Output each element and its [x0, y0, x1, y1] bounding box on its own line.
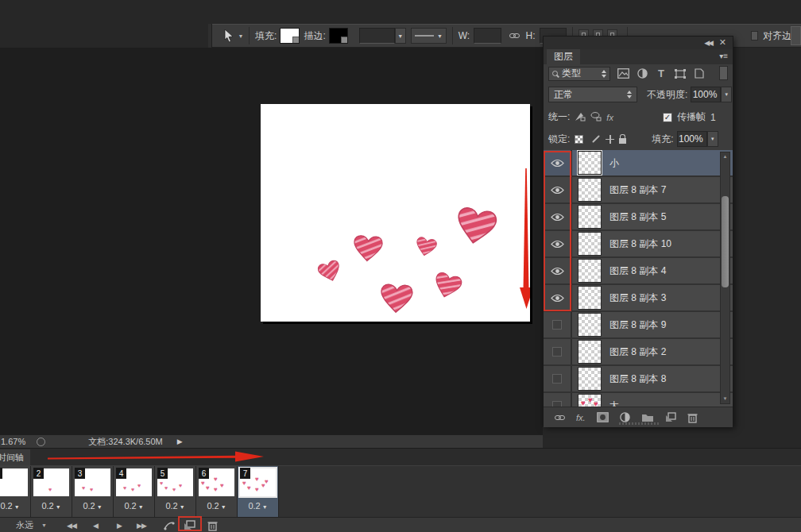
- layer-thumbnail[interactable]: [578, 259, 602, 283]
- filter-image-icon[interactable]: [617, 67, 629, 80]
- frame-delay-dropdown[interactable]: 0.2 ▼: [155, 501, 195, 511]
- path-selection-tool-icon[interactable]: ▼: [223, 29, 243, 43]
- link-layers-icon[interactable]: [555, 415, 565, 420]
- frame-delay-dropdown[interactable]: 0.2 ▼: [72, 501, 113, 511]
- unify-style-icon[interactable]: fx: [606, 113, 613, 122]
- new-layer-icon[interactable]: [665, 412, 676, 422]
- link-dimensions-icon[interactable]: [509, 33, 520, 38]
- layer-visibility-toggle[interactable]: [544, 312, 572, 337]
- panel-titlebar[interactable]: ◀◀ ✕: [544, 37, 733, 49]
- layer-thumbnail[interactable]: [578, 232, 602, 256]
- tab-timeline[interactable]: 时间轴: [0, 449, 30, 466]
- panel-menu-icon[interactable]: ▾≡: [719, 52, 728, 60]
- filter-smartobject-icon[interactable]: [693, 67, 706, 80]
- stroke-width-dropdown[interactable]: ▼: [395, 28, 406, 44]
- lock-transparency-icon[interactable]: [575, 135, 583, 144]
- tab-layers[interactable]: 图层: [547, 49, 580, 64]
- filter-toggle-switch[interactable]: [719, 66, 728, 80]
- delete-frame-button[interactable]: [207, 518, 218, 532]
- stroke-type-dropdown[interactable]: ▼: [411, 28, 447, 44]
- layer-thumbnail[interactable]: [578, 205, 602, 229]
- opacity-dropdown[interactable]: ▼: [721, 87, 732, 102]
- layer-thumbnail[interactable]: [578, 286, 602, 310]
- tween-button[interactable]: [164, 518, 175, 532]
- visibility-empty-box[interactable]: [552, 347, 562, 357]
- play-button[interactable]: ▶: [117, 518, 122, 532]
- frame-thumbnail[interactable]: [0, 468, 28, 496]
- layer-thumbnail[interactable]: [578, 313, 602, 337]
- frame-delay-dropdown[interactable]: 0.2 ▼: [0, 501, 30, 511]
- fill-dropdown[interactable]: ▼: [707, 131, 718, 147]
- loop-count-dropdown[interactable]: 永远▼: [16, 518, 47, 532]
- frame-delay-dropdown[interactable]: 0.2 ▼: [31, 501, 72, 511]
- frame-delay-dropdown[interactable]: 0.2 ▼: [114, 501, 154, 511]
- animation-frame[interactable]: 2♥0.2 ▼: [31, 466, 72, 517]
- layer-visibility-toggle[interactable]: [544, 366, 572, 391]
- lock-all-icon[interactable]: [619, 138, 626, 144]
- layer-thumbnail[interactable]: [578, 178, 602, 202]
- scrollbar-thumb[interactable]: [722, 196, 729, 287]
- unify-visibility-icon[interactable]: [590, 111, 602, 123]
- first-frame-button[interactable]: ◀◀: [67, 518, 76, 532]
- delete-layer-icon[interactable]: [687, 412, 698, 423]
- layer-row[interactable]: 图层 8 副本 4: [544, 258, 733, 285]
- filter-shape-icon[interactable]: [674, 67, 687, 80]
- prev-frame-button[interactable]: ◀: [93, 518, 98, 532]
- layer-row[interactable]: 图层 8 副本 7: [544, 177, 733, 204]
- opacity-value[interactable]: 100%: [691, 87, 721, 102]
- filter-text-icon[interactable]: T: [655, 67, 668, 80]
- lock-position-icon[interactable]: [606, 135, 614, 144]
- panel-grip[interactable]: [208, 24, 212, 48]
- layer-row[interactable]: 图层 8 副本 5: [544, 204, 733, 231]
- layer-row[interactable]: ♥♥♥大: [544, 393, 733, 407]
- next-frame-button[interactable]: ▶▶: [137, 518, 146, 532]
- animation-frame[interactable]: 6♥♥♥♥♥0.2 ▼: [196, 466, 238, 517]
- visibility-empty-box[interactable]: [552, 374, 562, 384]
- animation-frame[interactable]: 7♥♥♥♥♥♥0.2 ▼: [238, 466, 279, 517]
- layer-row[interactable]: 图层 8 副本 10: [544, 231, 733, 258]
- scroll-down-icon[interactable]: ▼: [721, 395, 729, 403]
- animation-frame[interactable]: 5♥♥♥♥0.2 ▼: [155, 466, 196, 517]
- canvas[interactable]: [261, 104, 530, 322]
- filter-adjustment-icon[interactable]: [636, 67, 648, 80]
- close-panel-icon[interactable]: ✕: [719, 37, 726, 48]
- unify-position-icon[interactable]: [575, 111, 586, 123]
- layer-row[interactable]: 图层 8 副本 9: [544, 312, 733, 339]
- layer-row[interactable]: 图层 8 副本 8: [544, 366, 733, 393]
- width-field[interactable]: [474, 28, 501, 44]
- layers-scrollbar[interactable]: ▲ ▼: [720, 152, 730, 404]
- filter-type-dropdown[interactable]: 类型: [548, 67, 610, 81]
- zoom-percent[interactable]: 1.67%: [1, 437, 25, 446]
- animation-frame[interactable]: 3♥♥0.2 ▼: [72, 466, 114, 517]
- lock-paint-icon[interactable]: [592, 135, 600, 143]
- collapse-panel-icon[interactable]: ◀◀: [704, 39, 712, 47]
- new-group-icon[interactable]: [641, 413, 654, 422]
- frame-delay-dropdown[interactable]: 0.2 ▼: [238, 501, 278, 511]
- frame-delay-dropdown[interactable]: 0.2 ▼: [196, 501, 237, 511]
- scroll-up-icon[interactable]: ▲: [721, 152, 729, 161]
- layer-mask-icon[interactable]: [597, 412, 609, 422]
- animation-frame[interactable]: 4♥♥♥0.2 ▼: [114, 466, 155, 517]
- layer-thumbnail[interactable]: [578, 340, 602, 364]
- layer-visibility-toggle[interactable]: [544, 339, 572, 364]
- align-edges-checkbox[interactable]: [751, 31, 758, 40]
- propagate-checkbox[interactable]: ✓: [663, 113, 672, 122]
- fill-value[interactable]: 100%: [677, 131, 707, 147]
- layer-visibility-toggle[interactable]: [544, 393, 572, 407]
- animation-frame[interactable]: 10.2 ▼: [0, 466, 31, 517]
- adjustment-layer-icon[interactable]: [620, 412, 630, 422]
- layer-thumbnail[interactable]: [578, 367, 602, 391]
- layer-row[interactable]: 图层 8 副本 2: [544, 339, 733, 366]
- layer-row[interactable]: 小: [544, 150, 733, 177]
- status-options-arrow[interactable]: ▶: [177, 438, 183, 445]
- layer-row[interactable]: 图层 8 副本 3: [544, 285, 733, 312]
- panel-resize-grip[interactable]: [619, 422, 659, 425]
- toolbar-partial-button[interactable]: [791, 26, 801, 45]
- fill-swatch[interactable]: [280, 28, 299, 44]
- visibility-empty-box[interactable]: [552, 320, 562, 330]
- layer-thumbnail[interactable]: [578, 151, 602, 175]
- visibility-empty-box[interactable]: [552, 401, 562, 407]
- layer-style-icon[interactable]: fx.: [576, 413, 586, 422]
- stroke-width-field[interactable]: [359, 28, 395, 44]
- stroke-swatch[interactable]: [329, 28, 348, 44]
